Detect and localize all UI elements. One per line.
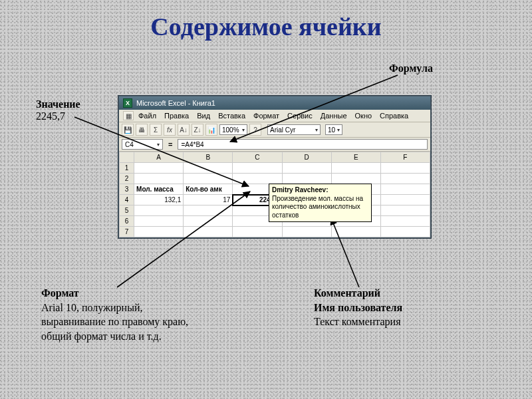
font-name-value: Arial Cyr [270, 126, 295, 134]
print-icon[interactable]: 🖶 [136, 124, 148, 136]
select-all-corner[interactable] [120, 152, 134, 163]
name-box[interactable]: C4 ▾ [122, 139, 163, 150]
label-comment-title: Комментарий [314, 287, 380, 299]
chevron-down-icon: ▾ [315, 127, 318, 133]
font-name-select[interactable]: Arial Cyr ▾ [267, 124, 321, 135]
row-header-4[interactable]: 4 [120, 195, 134, 205]
save-icon[interactable]: 💾 [122, 124, 134, 136]
excel-window: X Microsoft Excel - Книга1 ▦ Файл Правка… [118, 96, 431, 238]
page-title: Содержимое ячейки [0, 12, 532, 41]
row-header-5[interactable]: 5 [120, 205, 134, 216]
comment-text: Произведение мол. массы на количество ам… [272, 195, 363, 219]
comment-author: Dmitry Ravcheev: [272, 186, 368, 195]
row-header-6[interactable]: 6 [120, 216, 134, 227]
label-format: Формат Arial 10, полужирный, выравнивани… [41, 286, 188, 343]
col-header-a[interactable]: A [134, 152, 184, 163]
label-comment-l1: Имя пользователя [314, 302, 402, 313]
row-header-7[interactable]: 7 [120, 227, 134, 237]
col-header-c[interactable]: C [233, 152, 282, 163]
col-header-d[interactable]: D [282, 152, 331, 163]
cell-b3[interactable]: Кол-во амк [184, 184, 233, 195]
col-header-e[interactable]: E [331, 152, 380, 163]
menu-file[interactable]: Файл [135, 111, 160, 120]
font-size-select[interactable]: 10 ▾ [325, 124, 342, 135]
font-size-value: 10 [328, 126, 335, 134]
label-value: Значение 2245,7 [36, 98, 80, 122]
zoom-select[interactable]: 100% ▾ [219, 124, 247, 135]
menu-bar: ▦ Файл Правка Вид Вставка Формат Сервис … [119, 110, 430, 122]
fx-icon[interactable]: fx [164, 124, 176, 136]
label-format-title: Формат [41, 287, 79, 299]
chevron-down-icon: ▾ [242, 127, 245, 133]
formula-row: C4 ▾ = =A4*B4 [119, 138, 430, 152]
menu-format[interactable]: Формат [250, 111, 283, 120]
menu-edit[interactable]: Правка [161, 111, 192, 120]
formula-bar[interactable]: =A4*B4 [178, 139, 428, 150]
sort-desc-icon[interactable]: Z↓ [192, 124, 203, 136]
titlebar[interactable]: X Microsoft Excel - Книга1 [119, 96, 430, 110]
menu-view[interactable]: Вид [194, 111, 213, 120]
col-header-b[interactable]: B [184, 152, 233, 163]
chevron-down-icon: ▾ [337, 127, 340, 133]
chevron-down-icon: ▾ [157, 142, 160, 148]
col-header-f[interactable]: F [380, 152, 430, 163]
row-header-1[interactable]: 1 [120, 163, 134, 174]
equals-icon: = [166, 140, 175, 148]
label-comment: Комментарий Имя пользователя Текст комме… [314, 286, 402, 329]
zoom-value: 100% [222, 126, 239, 134]
menu-insert[interactable]: Вставка [215, 111, 249, 120]
workbook-icon: ▦ [123, 111, 134, 120]
row-header-2[interactable]: 2 [120, 174, 134, 184]
name-box-value: C4 [125, 141, 134, 148]
label-comment-l2: Текст комментария [314, 316, 401, 327]
label-format-body: Arial 10, полужирный, выравнивание по пр… [41, 302, 188, 342]
menu-data[interactable]: Данные [317, 111, 350, 120]
excel-app-icon: X [123, 98, 132, 108]
label-value-number: 2245,7 [36, 110, 65, 122]
label-formula: Формула [389, 63, 433, 74]
menu-help[interactable]: Справка [376, 111, 412, 120]
cell-a3[interactable]: Мол. масса [134, 184, 184, 195]
menu-tools[interactable]: Сервис [284, 111, 316, 120]
menu-window[interactable]: Окно [352, 111, 376, 120]
help-icon[interactable]: ? [249, 124, 261, 136]
label-value-title: Значение [36, 98, 80, 110]
sort-asc-icon[interactable]: A↓ [178, 124, 190, 136]
chart-icon[interactable]: 📊 [205, 124, 217, 136]
cell-a4[interactable]: 132,1 [134, 195, 184, 205]
cell-b4[interactable]: 17 [184, 195, 233, 205]
toolbar: 💾 🖶 Σ fx A↓ Z↓ 📊 100% ▾ ? Arial Cyr ▾ 10… [119, 122, 430, 138]
sum-icon[interactable]: Σ [150, 124, 162, 136]
cell-comment: Dmitry Ravcheev: Произведение мол. массы… [269, 184, 372, 222]
window-title: Microsoft Excel - Книга1 [136, 99, 215, 107]
row-header-3[interactable]: 3 [120, 184, 134, 195]
